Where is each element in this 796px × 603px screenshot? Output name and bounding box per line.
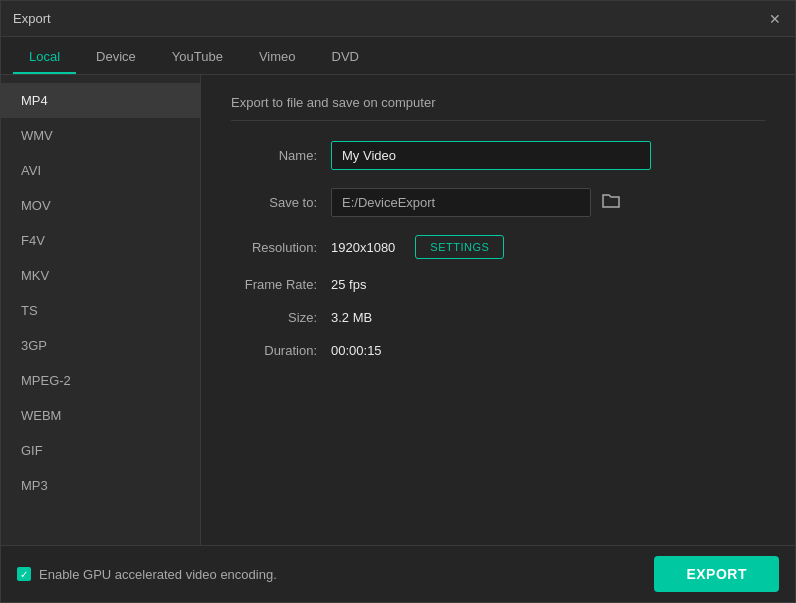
resolution-row: Resolution: 1920x1080 SETTINGS bbox=[231, 235, 765, 259]
sidebar-item-avi[interactable]: AVI bbox=[1, 153, 200, 188]
export-button[interactable]: EXPORT bbox=[654, 556, 779, 592]
folder-icon bbox=[601, 193, 621, 209]
gpu-label: Enable GPU accelerated video encoding. bbox=[39, 567, 277, 582]
size-label: Size: bbox=[231, 310, 331, 325]
tab-device[interactable]: Device bbox=[80, 41, 152, 74]
sidebar-item-gif[interactable]: GIF bbox=[1, 433, 200, 468]
size-row: Size: 3.2 MB bbox=[231, 310, 765, 325]
resolution-label: Resolution: bbox=[231, 240, 331, 255]
duration-row: Duration: 00:00:15 bbox=[231, 343, 765, 358]
main-panel: Export to file and save on computer Name… bbox=[201, 75, 795, 545]
settings-button[interactable]: SETTINGS bbox=[415, 235, 504, 259]
browse-folder-button[interactable] bbox=[601, 193, 621, 213]
frame-rate-row: Frame Rate: 25 fps bbox=[231, 277, 765, 292]
tab-youtube[interactable]: YouTube bbox=[156, 41, 239, 74]
sidebar-item-mp3[interactable]: MP3 bbox=[1, 468, 200, 503]
section-title: Export to file and save on computer bbox=[231, 95, 765, 121]
sidebar-item-f4v[interactable]: F4V bbox=[1, 223, 200, 258]
save-to-input[interactable] bbox=[331, 188, 591, 217]
sidebar-item-wmv[interactable]: WMV bbox=[1, 118, 200, 153]
frame-rate-value: 25 fps bbox=[331, 277, 366, 292]
title-bar: Export ✕ bbox=[1, 1, 795, 37]
save-to-label: Save to: bbox=[231, 195, 331, 210]
name-label: Name: bbox=[231, 148, 331, 163]
name-input[interactable] bbox=[331, 141, 651, 170]
save-to-row: Save to: bbox=[231, 188, 765, 217]
window-title: Export bbox=[13, 11, 51, 26]
duration-value: 00:00:15 bbox=[331, 343, 382, 358]
name-row: Name: bbox=[231, 141, 765, 170]
tab-vimeo[interactable]: Vimeo bbox=[243, 41, 312, 74]
tabs-bar: Local Device YouTube Vimeo DVD bbox=[1, 37, 795, 75]
size-value: 3.2 MB bbox=[331, 310, 372, 325]
export-window: Export ✕ Local Device YouTube Vimeo DVD … bbox=[0, 0, 796, 603]
tab-dvd[interactable]: DVD bbox=[316, 41, 375, 74]
sidebar-item-ts[interactable]: TS bbox=[1, 293, 200, 328]
save-to-content bbox=[331, 188, 621, 217]
checkbox-checkmark: ✓ bbox=[20, 569, 28, 580]
duration-label: Duration: bbox=[231, 343, 331, 358]
frame-rate-label: Frame Rate: bbox=[231, 277, 331, 292]
gpu-option: ✓ Enable GPU accelerated video encoding. bbox=[17, 567, 277, 582]
gpu-checkbox[interactable]: ✓ bbox=[17, 567, 31, 581]
content-area: MP4 WMV AVI MOV F4V MKV TS 3GP MPEG-2 WE… bbox=[1, 75, 795, 545]
sidebar-item-webm[interactable]: WEBM bbox=[1, 398, 200, 433]
sidebar-item-mkv[interactable]: MKV bbox=[1, 258, 200, 293]
sidebar-item-mp4[interactable]: MP4 bbox=[1, 83, 200, 118]
resolution-value: 1920x1080 bbox=[331, 240, 395, 255]
format-sidebar: MP4 WMV AVI MOV F4V MKV TS 3GP MPEG-2 WE… bbox=[1, 75, 201, 545]
close-button[interactable]: ✕ bbox=[767, 11, 783, 27]
sidebar-item-3gp[interactable]: 3GP bbox=[1, 328, 200, 363]
sidebar-item-mpeg2[interactable]: MPEG-2 bbox=[1, 363, 200, 398]
sidebar-item-mov[interactable]: MOV bbox=[1, 188, 200, 223]
tab-local[interactable]: Local bbox=[13, 41, 76, 74]
footer: ✓ Enable GPU accelerated video encoding.… bbox=[1, 545, 795, 602]
